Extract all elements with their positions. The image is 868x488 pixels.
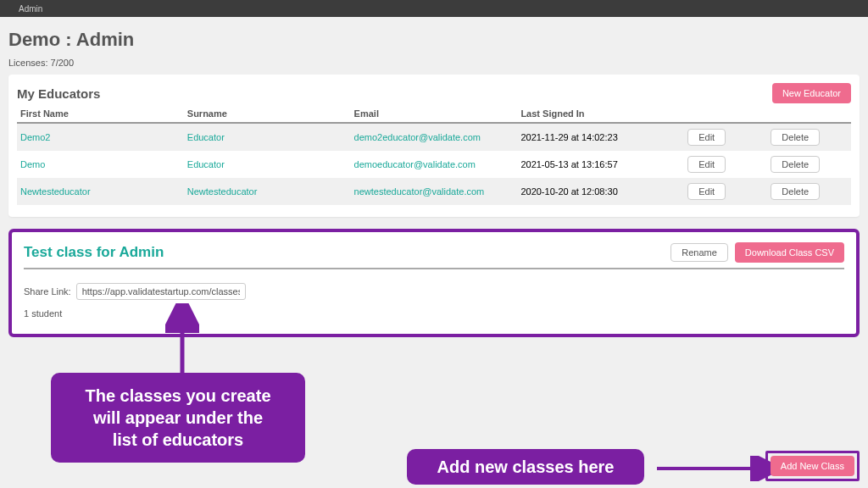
educator-first-link[interactable]: Newtesteducator [20, 186, 91, 197]
educator-first-link[interactable]: Demo2 [20, 132, 50, 142]
last-signed-cell: 2021-05-13 at 13:16:57 [517, 151, 684, 178]
educator-email-link[interactable]: demo2educator@validate.com [354, 132, 481, 142]
divider [24, 268, 844, 269]
educators-title: My Educators [17, 86, 100, 101]
educators-table: First Name Surname Email Last Signed In … [17, 105, 851, 205]
share-link-label: Share Link: [24, 286, 71, 297]
new-educator-button[interactable]: New Educator [772, 83, 851, 103]
col-first-name: First Name [17, 105, 184, 123]
annotation-arrow-icon [165, 303, 199, 380]
add-new-class-highlight: Add New Class [765, 451, 860, 481]
table-row: Demo Educator demoeducator@validate.com … [17, 151, 851, 178]
educator-email-link[interactable]: demoeducator@validate.com [354, 159, 476, 169]
share-link-input[interactable] [76, 283, 246, 300]
edit-button[interactable]: Edit [687, 156, 726, 173]
class-card: Test class for Admin Rename Download Cla… [12, 232, 856, 334]
delete-button[interactable]: Delete [771, 129, 820, 146]
annotation-arrow-icon [653, 456, 780, 481]
educator-surname-link[interactable]: Educator [187, 132, 225, 142]
rename-class-button[interactable]: Rename [670, 243, 728, 262]
student-count: 1 student [24, 308, 844, 319]
educators-card: My Educators New Educator First Name Sur… [8, 75, 860, 217]
edit-button[interactable]: Edit [687, 129, 726, 146]
delete-button[interactable]: Delete [771, 183, 820, 200]
licenses-text: Licenses: 7/200 [8, 58, 860, 68]
col-delete [767, 105, 851, 123]
class-title: Test class for Admin [24, 244, 164, 261]
top-nav-bar: Admin [0, 0, 868, 17]
add-new-class-button[interactable]: Add New Class [771, 456, 854, 476]
class-card-highlight: Test class for Admin Rename Download Cla… [8, 229, 860, 337]
educator-first-link[interactable]: Demo [20, 159, 45, 169]
annotation-add-classes: Add new classes here [407, 449, 644, 485]
download-class-csv-button[interactable]: Download Class CSV [735, 242, 844, 263]
col-last-signed: Last Signed In [517, 105, 684, 123]
educator-surname-link[interactable]: Newtesteducator [187, 186, 258, 197]
nav-admin-link[interactable]: Admin [19, 4, 42, 14]
last-signed-cell: 2020-10-20 at 12:08:30 [517, 178, 684, 205]
col-edit [684, 105, 767, 123]
educator-email-link[interactable]: newtesteducator@validate.com [354, 186, 485, 197]
annotation-classes-appear: The classes you create will appear under… [51, 373, 305, 463]
educator-surname-link[interactable]: Educator [187, 159, 225, 169]
table-row: Demo2 Educator demo2educator@validate.co… [17, 123, 851, 151]
table-row: Newtesteducator Newtesteducator newteste… [17, 178, 851, 205]
last-signed-cell: 2021-11-29 at 14:02:23 [517, 123, 684, 151]
edit-button[interactable]: Edit [687, 183, 726, 200]
col-email: Email [351, 105, 518, 123]
delete-button[interactable]: Delete [771, 156, 820, 173]
page-title: Demo : Admin [8, 29, 860, 51]
col-surname: Surname [184, 105, 351, 123]
